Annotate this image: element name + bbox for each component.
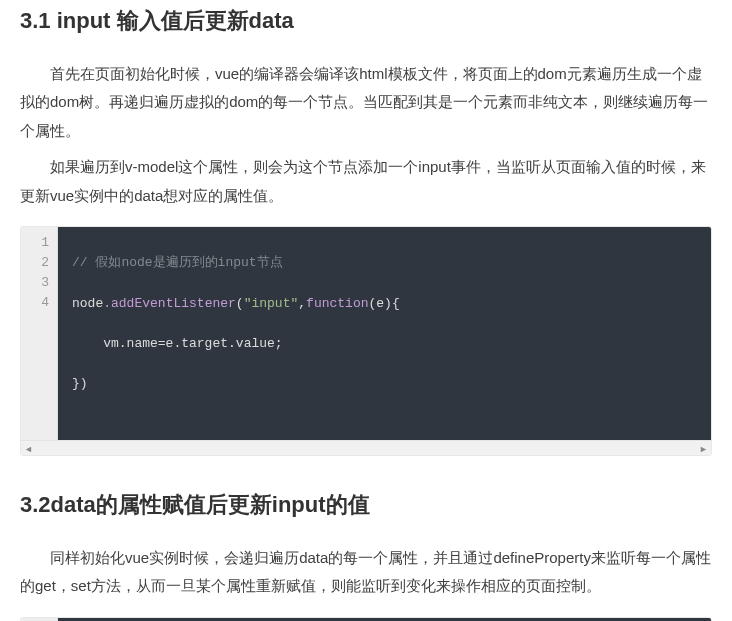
line-number: 3 [31,273,49,293]
code-token: vm.name=e.target.value; [72,336,283,351]
line-gutter: 1 2 3 4 [21,227,58,440]
code-token: function [306,296,368,311]
code-token: node [72,296,103,311]
code-comment: // 假如node是遍历到的input节点 [72,255,283,270]
code-area[interactable]: // 假如node是遍历到的input节点 node.addEventListe… [58,227,711,440]
code-token: }) [72,376,88,391]
paragraph: 首先在页面初始化时候，vue的编译器会编译该html模板文件，将页面上的dom元… [20,60,712,146]
paragraph: 同样初始化vue实例时候，会递归遍历data的每一个属性，并且通过defineP… [20,544,712,601]
line-number: 2 [31,253,49,273]
code-token: , [298,296,306,311]
code-token: (e){ [369,296,400,311]
horizontal-scrollbar[interactable] [21,440,711,455]
code-block-2: 1 2 3 4 5 6 Object.defineProperty(data,"… [20,617,712,621]
line-number: 4 [31,293,49,313]
paragraph: 如果遍历到v-model这个属性，则会为这个节点添加一个input事件，当监听从… [20,153,712,210]
code-token: ( [236,296,244,311]
code-block-1: 1 2 3 4 // 假如node是遍历到的input节点 node.addEv… [20,226,712,456]
code-token: .addEventListener [103,296,236,311]
code-token: "input" [244,296,299,311]
heading-3-1: 3.1 input 输入值后更新data [20,0,712,42]
heading-3-2: 3.2data的属性赋值后更新input的值 [20,484,712,526]
line-number: 1 [31,233,49,253]
